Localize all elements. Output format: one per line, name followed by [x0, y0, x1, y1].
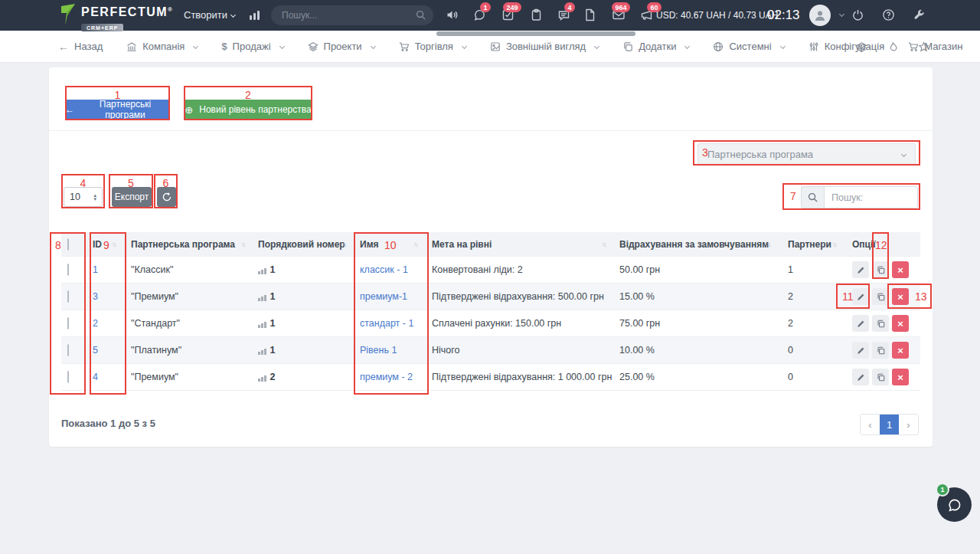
brand-logo[interactable]: PERFECTUM® CRM+ERP	[60, 3, 172, 33]
horizontal-scrollbar-thumb[interactable]	[436, 31, 635, 36]
sort-icon[interactable]: ↑↓	[602, 241, 606, 248]
globe-icon	[713, 41, 724, 52]
row-checkbox[interactable]	[67, 317, 69, 329]
chat-icon[interactable]: 1	[473, 8, 486, 21]
row-id-link[interactable]: 5	[93, 345, 98, 356]
sort-icon[interactable]: ↑↓	[832, 241, 836, 248]
sort-icon[interactable]: ↑↓	[112, 241, 116, 248]
row-id-link[interactable]: 1	[93, 264, 98, 275]
edit-button[interactable]	[852, 261, 869, 278]
menu-sales[interactable]: $ Продажі	[221, 41, 283, 52]
edit-button[interactable]	[852, 369, 869, 385]
column-header-partners[interactable]: Партнери	[788, 239, 831, 250]
menu-trade[interactable]: Торгівля	[399, 41, 466, 52]
stack-icon[interactable]	[856, 41, 867, 53]
back-arrow-icon: ←	[65, 104, 74, 115]
delete-button[interactable]: ×	[892, 369, 909, 385]
tasks-icon[interactable]: 249	[501, 8, 514, 21]
delete-button[interactable]: ×	[892, 315, 909, 332]
delete-button[interactable]: ×	[892, 342, 909, 359]
announcements-icon[interactable]: 60	[640, 8, 653, 21]
settings-wrench-icon[interactable]	[913, 8, 926, 21]
row-id-link[interactable]: 3	[93, 291, 98, 302]
row-id-link[interactable]: 2	[93, 318, 98, 329]
copy-button[interactable]	[872, 261, 889, 278]
sort-icon[interactable]: ↑↓	[342, 241, 346, 248]
row-name-link[interactable]: Рівень 1	[360, 345, 397, 356]
sound-icon[interactable]	[446, 8, 459, 21]
row-id-link[interactable]: 4	[93, 372, 98, 382]
delete-button[interactable]: ×	[892, 261, 909, 278]
partner-program-select[interactable]: Партнерська програма	[697, 143, 916, 165]
sort-icon[interactable]: ↑↓	[413, 241, 417, 248]
bank-icon	[126, 41, 137, 52]
top-header: PERFECTUM® CRM+ERP Створити 1 249	[0, 0, 980, 31]
star-icon[interactable]	[918, 41, 929, 53]
menu-back[interactable]: ←Назад	[58, 41, 103, 53]
row-checkbox[interactable]	[67, 290, 69, 303]
page-size-select[interactable]: 10 ▴▾	[64, 187, 103, 207]
close-icon: ×	[897, 372, 903, 382]
dollar-icon: $	[221, 41, 227, 52]
select-all-checkbox[interactable]	[67, 238, 69, 251]
copy-button[interactable]	[872, 369, 889, 385]
reports-chart-icon[interactable]	[248, 8, 261, 21]
menu-system[interactable]: Системні	[713, 41, 784, 52]
clipboard-icon[interactable]	[531, 8, 542, 21]
menu-appearance[interactable]: Зовнішній вигляд	[490, 41, 599, 52]
export-button[interactable]: Експорт	[112, 187, 152, 207]
global-search-input[interactable]	[271, 5, 433, 25]
sort-icon[interactable]: ↑↓	[766, 241, 770, 248]
pagination-next-button[interactable]: ›	[899, 415, 918, 434]
pagination-page-1[interactable]: 1	[880, 415, 899, 434]
new-partnership-level-button[interactable]: ⊕ Новий рівень партнерства	[184, 100, 312, 120]
column-header-program[interactable]: Партнерська програма	[131, 239, 235, 250]
edit-button[interactable]	[852, 315, 869, 332]
row-name-link[interactable]: классик - 1	[360, 264, 408, 275]
row-program: "Платинум"	[131, 345, 181, 356]
column-header-name[interactable]: Имя	[360, 239, 379, 250]
menu-addons[interactable]: Додатки	[622, 41, 689, 52]
menu-company[interactable]: Компанія	[126, 41, 198, 52]
mail-icon[interactable]: 964	[612, 8, 626, 21]
create-menu-button[interactable]: Створити	[184, 9, 235, 21]
menu-projects[interactable]: Проекти	[308, 41, 375, 52]
comments-icon[interactable]: 4	[557, 8, 570, 21]
column-header-deduction[interactable]: Відрахування за замовчуванням	[619, 239, 769, 250]
table-search-input[interactable]	[824, 186, 918, 208]
partnership-levels-table: ID↑↓ Партнерська програма↑↓ Порядковий н…	[61, 232, 920, 391]
rank-bars-icon	[258, 375, 266, 382]
row-checkbox[interactable]	[67, 371, 69, 383]
copy-button[interactable]	[872, 342, 889, 359]
copy-button[interactable]	[872, 288, 889, 305]
pagination-prev-button[interactable]: ‹	[861, 415, 880, 434]
delete-button[interactable]: ×	[892, 288, 909, 305]
back-arrow-icon: ←	[58, 41, 69, 53]
plus-circle-icon: ⊕	[185, 104, 193, 116]
user-menu-chevron-icon[interactable]	[839, 11, 844, 17]
copy-button[interactable]	[872, 315, 889, 332]
logout-power-icon[interactable]	[851, 8, 864, 21]
column-header-order[interactable]: Порядковий номер	[258, 239, 345, 250]
partner-programs-back-button[interactable]: ← Партнерські програми	[65, 100, 170, 120]
row-checkbox[interactable]	[67, 264, 69, 276]
divider	[49, 130, 933, 131]
support-chat-fab[interactable]: 1	[937, 487, 972, 522]
refresh-button[interactable]	[157, 187, 176, 207]
column-header-goal[interactable]: Мета на рівні	[432, 239, 492, 250]
flame-icon[interactable]	[887, 41, 898, 53]
row-order: 1	[270, 345, 276, 356]
row-name-link[interactable]: стандарт - 1	[360, 318, 413, 329]
pencil-icon	[857, 346, 865, 355]
document-icon[interactable]	[584, 8, 596, 21]
edit-button[interactable]	[852, 288, 869, 305]
row-checkbox[interactable]	[67, 344, 69, 356]
column-header-id[interactable]: ID	[93, 239, 102, 250]
edit-button[interactable]	[852, 342, 869, 359]
rank-bars-icon	[258, 268, 266, 275]
sort-icon[interactable]: ↑↓	[241, 241, 245, 248]
row-name-link[interactable]: премиум-1	[360, 291, 407, 302]
user-avatar[interactable]	[809, 5, 831, 26]
help-icon[interactable]	[882, 8, 895, 21]
row-name-link[interactable]: премиум - 2	[360, 372, 413, 382]
